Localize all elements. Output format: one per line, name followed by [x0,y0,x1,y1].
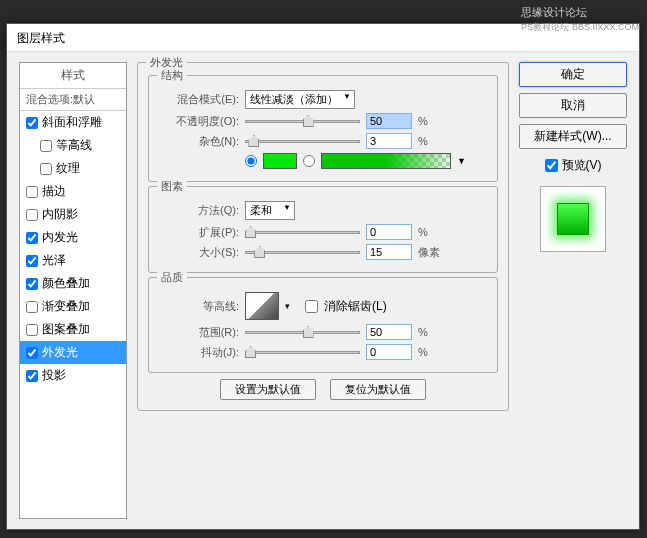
spread-input[interactable] [366,224,412,240]
style-item-label: 描边 [42,183,66,200]
style-item-label: 投影 [42,367,66,384]
spread-slider[interactable] [245,225,360,239]
style-checkbox[interactable] [26,209,38,221]
jitter-slider[interactable] [245,345,360,359]
elements-group: 图素 方法(Q): 柔和 扩展(P): % 大小(S): [148,186,498,273]
spread-label: 扩展(P): [159,225,239,240]
style-item[interactable]: 图案叠加 [20,318,126,341]
structure-group: 结构 混合模式(E): 线性减淡（添加） 不透明度(O): % 杂色(N): [148,75,498,182]
styles-header[interactable]: 样式 [20,63,126,89]
opacity-label: 不透明度(O): [159,114,239,129]
blend-options-default[interactable]: 混合选项:默认 [20,89,126,111]
technique-dropdown[interactable]: 柔和 [245,201,295,220]
style-item[interactable]: 描边 [20,180,126,203]
range-slider[interactable] [245,325,360,339]
size-input[interactable] [366,244,412,260]
style-checkbox[interactable] [26,232,38,244]
reset-default-button[interactable]: 复位为默认值 [330,379,426,400]
style-item[interactable]: 外发光 [20,341,126,364]
style-checkbox[interactable] [26,117,38,129]
style-checkbox[interactable] [26,301,38,313]
new-style-button[interactable]: 新建样式(W)... [519,124,627,149]
style-item-label: 等高线 [56,137,92,154]
antialias-label: 消除锯齿(L) [324,298,387,315]
style-item-label: 内阴影 [42,206,78,223]
style-item[interactable]: 颜色叠加 [20,272,126,295]
styles-list: 样式 混合选项:默认 斜面和浮雕等高线纹理描边内阴影内发光光泽颜色叠加渐变叠加图… [19,62,127,519]
outer-glow-panel: 外发光 结构 混合模式(E): 线性减淡（添加） 不透明度(O): % 杂色( [137,62,509,411]
layer-style-dialog: 图层样式 样式 混合选项:默认 斜面和浮雕等高线纹理描边内阴影内发光光泽颜色叠加… [6,23,640,530]
opacity-input[interactable] [366,113,412,129]
style-item-label: 外发光 [42,344,78,361]
technique-label: 方法(Q): [159,203,239,218]
style-item-label: 纹理 [56,160,80,177]
style-item-label: 颜色叠加 [42,275,90,292]
gradient-swatch[interactable] [321,153,451,169]
gradient-dropdown-icon[interactable]: ▼ [457,156,466,166]
watermark: 思缘设计论坛 PS教程论坛 BBS.IIXXX.COM [521,5,639,34]
style-checkbox[interactable] [40,140,52,152]
contour-label: 等高线: [159,299,239,314]
blend-mode-label: 混合模式(E): [159,92,239,107]
style-checkbox[interactable] [26,347,38,359]
color-gradient-radio[interactable] [303,155,315,167]
range-input[interactable] [366,324,412,340]
style-item-label: 内发光 [42,229,78,246]
size-label: 大小(S): [159,245,239,260]
noise-slider[interactable] [245,134,360,148]
preview-checkbox[interactable] [545,159,558,172]
contour-picker[interactable] [245,292,279,320]
antialias-checkbox[interactable] [305,300,318,313]
range-label: 范围(R): [159,325,239,340]
jitter-input[interactable] [366,344,412,360]
blend-mode-dropdown[interactable]: 线性减淡（添加） [245,90,355,109]
style-checkbox[interactable] [40,163,52,175]
noise-label: 杂色(N): [159,134,239,149]
style-item-label: 斜面和浮雕 [42,114,102,131]
style-item-label: 图案叠加 [42,321,90,338]
set-default-button[interactable]: 设置为默认值 [220,379,316,400]
style-item-label: 光泽 [42,252,66,269]
style-checkbox[interactable] [26,255,38,267]
noise-input[interactable] [366,133,412,149]
style-item[interactable]: 斜面和浮雕 [20,111,126,134]
quality-group: 品质 等高线: 消除锯齿(L) 范围(R): % [148,277,498,373]
preview-swatch [557,203,589,235]
style-item[interactable]: 内发光 [20,226,126,249]
style-item[interactable]: 纹理 [20,157,126,180]
style-item[interactable]: 内阴影 [20,203,126,226]
style-checkbox[interactable] [26,324,38,336]
ok-button[interactable]: 确定 [519,62,627,87]
style-checkbox[interactable] [26,186,38,198]
style-item[interactable]: 渐变叠加 [20,295,126,318]
style-item[interactable]: 投影 [20,364,126,387]
style-item[interactable]: 等高线 [20,134,126,157]
style-checkbox[interactable] [26,370,38,382]
opacity-slider[interactable] [245,114,360,128]
style-checkbox[interactable] [26,278,38,290]
size-slider[interactable] [245,245,360,259]
style-item-label: 渐变叠加 [42,298,90,315]
cancel-button[interactable]: 取消 [519,93,627,118]
preview-box [540,186,606,252]
color-swatch[interactable] [263,153,297,169]
jitter-label: 抖动(J): [159,345,239,360]
color-solid-radio[interactable] [245,155,257,167]
preview-label: 预览(V) [562,157,602,174]
style-item[interactable]: 光泽 [20,249,126,272]
